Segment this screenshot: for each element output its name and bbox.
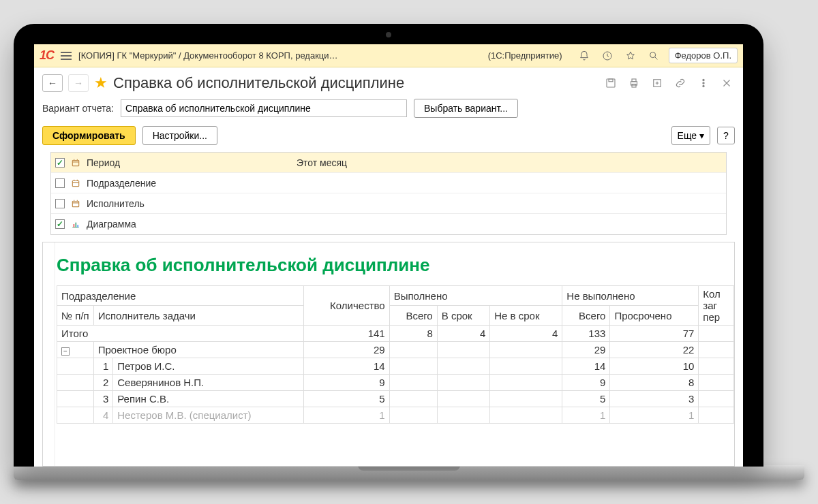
cell [437,375,490,391]
settings-button[interactable]: Настройки... [142,126,217,145]
data-row[interactable]: 1Петров И.С.141410 [57,358,734,375]
svg-point-9 [703,82,704,84]
data-row[interactable]: 3Репин С.В.553 [57,391,734,407]
cell: 8 [610,375,699,391]
totals-label: Итого [57,326,304,342]
svg-rect-12 [72,180,78,186]
col-extra: Колзагпер [699,286,734,326]
form-header: ← → ★ Справка об исполнительской дисципл… [34,67,743,99]
cell [437,407,490,424]
svg-point-1 [650,52,655,57]
report-area: Справка об исполнительской дисциплине По… [42,242,735,467]
filter-row[interactable]: Исполнитель [51,193,726,214]
variant-input[interactable] [121,99,407,117]
col-count: Количество [304,286,389,326]
cell [490,342,562,358]
cell: 77 [610,326,699,342]
cell: 4 [93,407,113,424]
cell [490,375,562,391]
cell: 14 [562,358,610,375]
cell: 3 [610,391,699,407]
data-row[interactable]: 2Северянинов Н.П.998 [57,375,734,391]
filter-row[interactable]: ПериодЭтот месяц [51,153,726,173]
save-icon[interactable] [603,75,619,91]
filter-value: Этот месяц [297,157,722,168]
filter-checkbox[interactable] [55,219,65,229]
report-title: Справка об исполнительской дисциплине [57,242,734,285]
cell [437,342,490,358]
col-done: Выполнено [389,286,562,306]
col-rowno: № п/п [57,306,94,326]
app-title: [КОПИЯ] ГК "Меркурий" / Документооборот … [78,50,481,61]
nav-forward-button: → [68,74,89,92]
help-button[interactable]: ? [717,127,735,144]
generate-button[interactable]: Сформировать [42,126,136,145]
cell: 1 [304,407,389,424]
cell: 9 [562,375,610,391]
svg-rect-14 [74,224,75,227]
nav-back-button[interactable]: ← [42,74,63,92]
col-done-total: Всего [389,306,437,326]
cell [437,358,490,375]
action-row: Сформировать Настройки... Еще ▾ ? [34,126,743,152]
menu-icon[interactable] [61,52,72,60]
svg-rect-6 [632,84,636,88]
filter-checkbox[interactable] [55,158,65,168]
filter-row[interactable]: Подразделение [51,173,726,193]
svg-point-8 [703,79,704,80]
col-notdone: Не выполнено [562,286,699,306]
cell: 8 [389,326,437,342]
search-icon[interactable] [646,48,662,64]
cell: 2 [93,375,113,391]
svg-rect-2 [607,79,615,87]
svg-rect-16 [77,225,78,227]
print-icon[interactable] [626,75,642,91]
cell: 29 [562,342,610,358]
filter-name: Исполнитель [87,198,291,209]
cell: 22 [610,342,699,358]
filter-name: Период [87,157,291,168]
report-table: ПодразделениеКоличествоВыполненоНе выпол… [57,285,734,424]
svg-rect-11 [72,160,78,166]
bell-icon[interactable] [576,48,592,64]
cell: 5 [562,391,610,407]
more-button[interactable]: Еще ▾ [671,126,710,145]
cell: 9 [304,375,389,391]
data-row[interactable]: 4Нестеров М.В. (специалист)111 [57,407,734,424]
close-icon[interactable] [718,75,735,91]
favorite-star-icon[interactable]: ★ [94,74,108,92]
history-icon[interactable] [599,48,616,64]
cell [490,358,562,375]
cell: 10 [610,358,699,375]
export-icon[interactable] [649,75,665,91]
col-nd-overdue: Просрочено [610,306,699,326]
user-name[interactable]: Федоров О.П. [669,48,738,63]
cell: 1 [610,407,699,424]
cell: 141 [304,326,389,342]
filter-checkbox[interactable] [55,178,65,188]
cell [437,391,490,407]
kebab-icon[interactable] [695,75,712,91]
filter-row[interactable]: Диаграмма [51,214,726,234]
cell [490,391,562,407]
svg-rect-15 [75,223,76,227]
collapse-icon[interactable]: − [61,347,70,356]
col-done-ontime: В срок [437,306,490,326]
calendar-icon [70,198,81,209]
filters-panel: ПериодЭтот месяцПодразделениеИсполнитель… [50,152,727,235]
executor-name: Петров И.С. [113,358,304,375]
cell [389,358,437,375]
group-row[interactable]: −Проектное бюро292922 [57,342,734,358]
cell [389,375,437,391]
app-topbar: 1C [КОПИЯ] ГК "Меркурий" / Документообор… [34,44,743,67]
app-logo: 1C [40,48,54,63]
executor-name: Северянинов Н.П. [113,375,304,391]
link-icon[interactable] [672,75,688,91]
col-nd-total: Всего [562,306,610,326]
variant-row: Вариант отчета: Выбрать вариант... [34,99,743,126]
choose-variant-button[interactable]: Выбрать вариант... [414,99,518,118]
filter-checkbox[interactable] [55,199,65,208]
star-icon[interactable] [622,48,639,64]
col-executor: Исполнитель задачи [93,306,304,326]
svg-rect-13 [72,201,78,206]
